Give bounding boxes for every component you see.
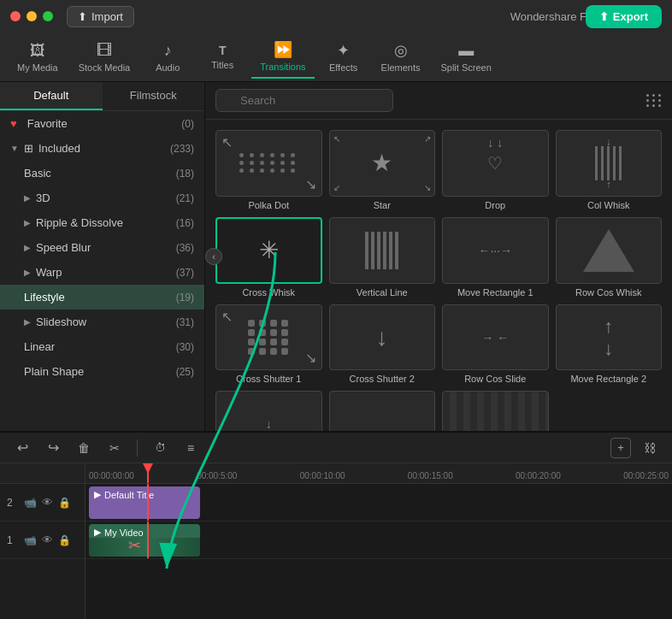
redo-button[interactable]: ↪ xyxy=(41,436,65,460)
arrow-down-icon: ↓ xyxy=(376,324,388,351)
sidebar-collapse-handle[interactable]: ‹ xyxy=(205,248,222,265)
grid-item-polka-dot[interactable]: ↘ ↖ Polka Dot xyxy=(215,130,322,210)
toolbar-audio[interactable]: ♪ Audio xyxy=(142,37,193,78)
heart-icon: ♡ xyxy=(487,153,503,174)
grid-item-star[interactable]: ↖ ↗ ↙ ↘ ★ Star xyxy=(329,130,436,210)
triangle-shape xyxy=(583,229,634,272)
sidebar-item-basic[interactable]: Basic (18) xyxy=(0,161,204,186)
sidebar-item-warp[interactable]: ▶ Warp (37) xyxy=(0,260,204,285)
toolbar-elements[interactable]: ◎ Elements xyxy=(373,36,429,78)
grid-item-cross-whisk[interactable]: ✳ Cross Whisk xyxy=(215,217,322,298)
grid-item-row-cos-whisk[interactable]: Row Cos Whisk xyxy=(556,217,663,298)
arrow-down-icon: ↓ xyxy=(604,338,613,360)
chevron-right-icon: ▶ xyxy=(24,317,31,327)
toolbar-split-screen[interactable]: ▬ Split Screen xyxy=(432,37,499,78)
link-button[interactable]: ⛓ xyxy=(638,436,662,460)
maximize-button[interactable] xyxy=(43,11,53,21)
lock-icon[interactable]: 🔒 xyxy=(58,534,71,546)
undo-button[interactable]: ↩ xyxy=(10,436,34,460)
cut-button[interactable]: ✂ xyxy=(103,436,127,460)
clip-default-title[interactable]: ▶ Default Title xyxy=(89,486,200,519)
video-track-icon: 📹 xyxy=(24,497,37,509)
grid-item-row-cos-slide[interactable]: → ← Row Cos Slide xyxy=(442,304,549,385)
grid-item-drop[interactable]: ↓ ↓ ♡ Drop xyxy=(442,130,549,210)
grid-item-cross-shutter-1[interactable]: ↘ ↖ Cross Shutter 1 xyxy=(215,304,322,385)
grid-item-move-rectangle-2[interactable]: ↑ ↓ Move Rectangle 2 xyxy=(556,304,663,385)
import-icon: ⬆ xyxy=(78,10,87,23)
scissors-icon: ✂ xyxy=(128,536,141,555)
toolbar-transitions[interactable]: ⏩ Transitions xyxy=(251,35,314,79)
sidebar-item-3d[interactable]: ▶ 3D (21) xyxy=(0,186,204,210)
arrow-up-icon: ↑ xyxy=(604,315,613,338)
grid-panel: 🔍 ↘ ↖ xyxy=(205,82,672,431)
video-track-icon: 📹 xyxy=(24,534,37,546)
main-toolbar: 🖼 My Media 🎞 Stock Media ♪ Audio T Title… xyxy=(0,32,672,82)
visibility-toggle[interactable]: 👁 xyxy=(42,534,53,546)
search-container: 🔍 xyxy=(215,89,640,112)
track-row-2: ▶ Default Title xyxy=(85,484,672,522)
lock-icon[interactable]: 🔒 xyxy=(58,497,71,509)
minimize-button[interactable] xyxy=(27,11,37,21)
playhead[interactable] xyxy=(147,463,149,483)
app-title: Wondershare F xyxy=(510,10,587,23)
arrow-br: ↘ xyxy=(424,183,431,192)
grid-item-partial-3[interactable] xyxy=(442,391,549,431)
sidebar-item-linear[interactable]: Linear (30) xyxy=(0,334,204,359)
video-clip-icon: ▶ xyxy=(94,527,101,538)
toolbar-separator xyxy=(137,439,138,457)
time-ruler: 00:00:00:00 00:00:5:00 00:00:10:00 00:00… xyxy=(85,463,672,484)
chevron-right-icon: ▶ xyxy=(24,193,31,203)
sidebar-item-included[interactable]: ▼ ⊞ Included (233) xyxy=(0,136,204,161)
track-row-1: ▶ My Video ✂ xyxy=(85,522,672,559)
my-media-icon: 🖼 xyxy=(30,42,45,60)
track-label-1: 1 📹 👁 🔒 xyxy=(0,522,85,559)
main-content: Default Filmstock ♥ Favorite (0) ▼ ⊞ Inc… xyxy=(0,82,672,431)
arrow-bl: ↙ xyxy=(333,183,340,192)
sidebar: Default Filmstock ♥ Favorite (0) ▼ ⊞ Inc… xyxy=(0,82,205,431)
import-button[interactable]: ⬆ Import xyxy=(67,6,134,27)
traffic-lights xyxy=(10,11,53,21)
sidebar-item-favorite[interactable]: ♥ Favorite (0) xyxy=(0,111,204,136)
add-track-button[interactable]: + xyxy=(610,438,631,458)
sidebar-item-speed-blur[interactable]: ▶ Speed Blur (36) xyxy=(0,235,204,260)
grid-item-col-whisk[interactable]: ↓ ↑ Col Whisk xyxy=(556,130,663,210)
sidebar-item-plain-shape[interactable]: Plain Shape (25) xyxy=(0,359,204,384)
effects-icon: ✦ xyxy=(337,41,350,60)
toolbar-my-media[interactable]: 🖼 My Media xyxy=(9,37,67,78)
grid-item-vertical-line[interactable]: Vertical Line xyxy=(329,217,436,298)
sidebar-tab-filmstock[interactable]: Filmstock xyxy=(103,82,205,110)
search-input[interactable] xyxy=(215,89,393,112)
audio-icon: ♪ xyxy=(164,42,172,60)
timeline-body: 2 📹 👁 🔒 1 📹 👁 🔒 00:00:0 xyxy=(0,463,672,619)
grid-item-partial-1[interactable]: ↓ xyxy=(215,391,322,431)
chevron-down-icon: ▼ xyxy=(10,144,19,153)
grid-item-cross-shutter-2[interactable]: ↓ Cross Shutter 2 xyxy=(329,304,436,385)
stock-media-icon: 🎞 xyxy=(97,42,112,60)
export-button[interactable]: ⬆ Export xyxy=(586,5,662,28)
clip-my-video[interactable]: ▶ My Video xyxy=(89,524,200,557)
arrow-tl: ↖ xyxy=(333,134,340,144)
chevron-right-icon: ▶ xyxy=(24,243,31,252)
sidebar-item-lifestyle[interactable]: Lifestyle (19) xyxy=(0,285,204,310)
visibility-toggle[interactable]: 👁 xyxy=(42,496,53,509)
arrow-left-icon: ←···→ xyxy=(478,244,512,257)
toolbar-titles[interactable]: T Titles xyxy=(197,38,248,75)
included-icon: ⊞ xyxy=(24,142,33,155)
grid-item-partial-2[interactable] xyxy=(329,391,436,431)
chevron-right-icon: ▶ xyxy=(24,218,31,227)
sidebar-item-ripple-dissolve[interactable]: ▶ Ripple & Dissolve (16) xyxy=(0,210,204,235)
grid-view-icon[interactable] xyxy=(646,94,662,107)
sidebar-tab-default[interactable]: Default xyxy=(0,82,103,110)
ruler-marks: 00:00:00:00 00:00:5:00 00:00:10:00 00:00… xyxy=(85,471,672,483)
arrow-tr: ↗ xyxy=(424,134,431,144)
grid-item-move-rectangle-1[interactable]: ←···→ Move Rectangle 1 xyxy=(442,217,549,298)
toolbar-effects[interactable]: ✦ Effects xyxy=(318,36,369,78)
track-labels: 2 📹 👁 🔒 1 📹 👁 🔒 xyxy=(0,463,85,619)
sidebar-item-slideshow[interactable]: ▶ Slideshow (31) xyxy=(0,310,204,334)
close-button[interactable] xyxy=(10,11,21,21)
toolbar-stock-media[interactable]: 🎞 Stock Media xyxy=(70,37,139,78)
timeline: ↩ ↪ 🗑 ✂ ⏱ ≡ + ⛓ 2 📹 👁 🔒 1 📹 xyxy=(0,431,672,619)
delete-button[interactable]: 🗑 xyxy=(72,436,96,460)
filter-button[interactable]: ≡ xyxy=(179,436,203,460)
speed-button[interactable]: ⏱ xyxy=(148,436,172,460)
